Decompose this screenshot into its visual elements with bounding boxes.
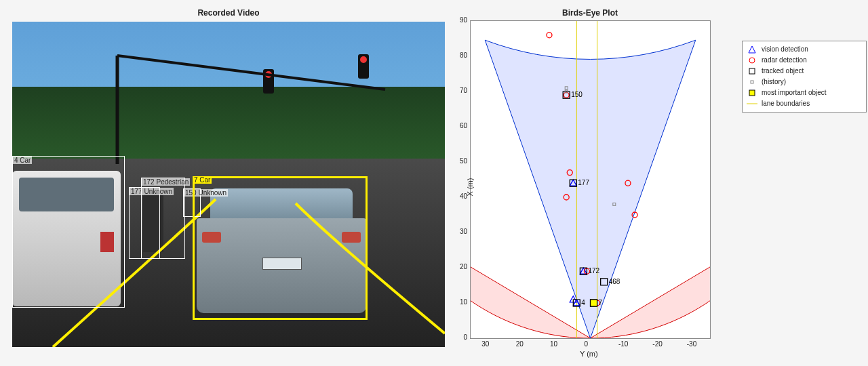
ytick: 60 — [456, 122, 467, 129]
svg-line-0 — [117, 56, 385, 89]
legend-box: vision detection radar detection tracked… — [742, 41, 867, 113]
legend-item-vision: vision detection — [747, 44, 862, 55]
legend-item-lane: lane boundaries — [747, 98, 862, 109]
birdseye-axes: 15017717246847 — [470, 20, 711, 339]
xtick: 0 — [585, 340, 589, 348]
svg-text:7: 7 — [599, 299, 603, 306]
birdseye-xlabel: Y (m) — [580, 350, 598, 358]
svg-point-8 — [547, 33, 552, 38]
svg-text:4: 4 — [581, 299, 585, 306]
xtick: 10 — [550, 340, 557, 348]
ytick: 40 — [456, 192, 467, 200]
legend-item-tracked: tracked object — [747, 66, 862, 77]
legend-label: vision detection — [762, 44, 808, 55]
svg-rect-34 — [749, 68, 755, 74]
birdseye-ylabel: X (m) — [466, 178, 474, 197]
detection-label: 7 Car — [193, 176, 212, 184]
legend-label: radar detection — [762, 55, 807, 66]
legend-item-mio: most important object — [747, 87, 862, 98]
svg-text:177: 177 — [578, 179, 589, 186]
xtick: 30 — [481, 340, 489, 348]
ytick: 20 — [456, 263, 467, 270]
birdseye-title: Birds-Eye Plot — [461, 8, 719, 18]
legend-item-history: (history) — [747, 77, 862, 87]
ytick: 90 — [456, 16, 467, 24]
ytick: 70 — [456, 87, 467, 94]
detection-box-pedestrian: 172 Pedestrian — [141, 178, 185, 259]
detection-label: 172 Pedestrian — [142, 178, 190, 186]
detection-label: 4 Car — [13, 157, 32, 164]
xtick: -30 — [687, 340, 696, 348]
ytick: 0 — [456, 333, 467, 341]
ytick: 10 — [456, 298, 467, 306]
ytick: 30 — [456, 228, 467, 235]
svg-rect-36 — [749, 90, 755, 96]
ytick: 80 — [456, 52, 467, 59]
ytick: 50 — [456, 157, 467, 165]
svg-text:150: 150 — [571, 91, 583, 98]
svg-text:468: 468 — [609, 278, 620, 285]
legend-label: most important object — [762, 87, 827, 98]
svg-rect-31 — [591, 300, 597, 306]
xtick: 20 — [516, 340, 524, 348]
figure-root: Recorded Video Birds-Eye Plot 4 Car177 U… — [0, 0, 868, 366]
detection-box-car: 7 Car — [193, 176, 368, 320]
detection-box-car: 4 Car — [12, 156, 125, 308]
legend-item-radar: radar detection — [747, 55, 862, 66]
legend-label: lane boundaries — [762, 98, 810, 109]
svg-point-33 — [749, 58, 755, 63]
xtick: -10 — [618, 340, 628, 348]
video-title: Recorded Video — [12, 8, 445, 18]
birdseye-canvas: 15017717246847 — [471, 21, 710, 338]
svg-text:172: 172 — [588, 267, 599, 274]
legend-label: tracked object — [762, 66, 804, 77]
svg-marker-32 — [749, 46, 755, 53]
svg-rect-35 — [751, 81, 753, 83]
recorded-video-panel: 4 Car177 Unknown172 Pedestrian150 Unknow… — [12, 22, 445, 347]
xtick: -20 — [652, 340, 662, 348]
legend-label: (history) — [762, 77, 786, 87]
